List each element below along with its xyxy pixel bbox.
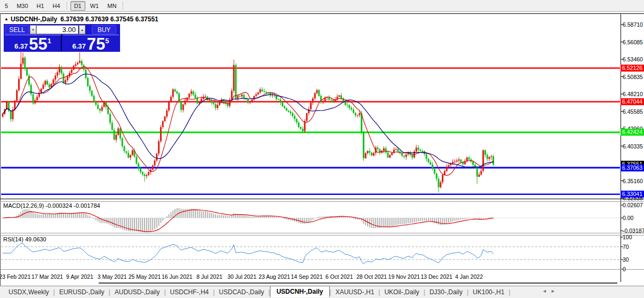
macd-axis-tick: 0.00 <box>623 215 644 221</box>
chart-tab-dj30daily[interactable]: DJ30-,Daily <box>425 287 467 297</box>
date-axis-label: 13 Dec 2021 <box>420 273 452 280</box>
date-axis-label: 8 Jul 2021 <box>196 273 222 280</box>
chart-top-border <box>0 13 644 14</box>
price-axis-tick: 6.40335 <box>623 143 644 150</box>
rsi-axis-tick: 100 <box>623 234 644 240</box>
date-axis-label: 9 Apr 2021 <box>66 273 93 280</box>
price-axis-tick: 6.58710 <box>623 21 644 28</box>
chart-tab-audusddaily[interactable]: AUDUSD-,Daily <box>110 287 164 297</box>
date-axis-label: 4 Jan 2022 <box>455 273 483 280</box>
macd-label: MACD(12,26,9) -0.000324 -0.001784 <box>3 202 100 209</box>
price-axis-tick: 6.56085 <box>623 39 644 45</box>
date-axis-label: 16 Jun 2021 <box>162 273 193 280</box>
macd-signal-line <box>3 210 494 232</box>
chart-title: ▲USDCNH-,Daily6.37639 6.37639 6.37545 6.… <box>4 15 158 23</box>
rsi-label: RSI(14) 49.0630 <box>3 236 46 242</box>
tab-scroll-right-icon[interactable]: ► <box>551 288 559 294</box>
macd-pane <box>1 208 620 232</box>
chart-tab-usdxweekly[interactable]: USDX,Weekly <box>4 287 53 297</box>
date-axis-label: 6 Oct 2021 <box>325 273 353 280</box>
price-axis-line <box>621 13 621 282</box>
tab-scroll-arrows[interactable]: ◄► <box>542 288 559 294</box>
sell-price-pipette: 1 <box>47 37 51 45</box>
ma-fast-line <box>3 66 494 175</box>
date-axis-label: 25 May 2021 <box>129 273 161 280</box>
chart-tab-usdcnhdaily[interactable]: USDCNH-,Daily <box>270 286 329 297</box>
level-price-badge-6.52126: 6.52126 <box>621 65 644 72</box>
date-axis-label: 17 Mar 2021 <box>31 273 63 280</box>
chart-symbol-label: USDCNH-,Daily <box>11 15 57 23</box>
buy-price-pipette: 5 <box>105 37 109 45</box>
price-axis-tick: 6.50835 <box>623 74 644 80</box>
macd-pane-bottom-border <box>0 233 644 233</box>
tab-divider: | <box>508 288 510 296</box>
date-axis-label: 3 May 2021 <box>98 273 127 280</box>
timeframe-button-w1[interactable]: W1 <box>86 1 103 11</box>
chart-tab-uk100h1[interactable]: UK100-,H1 <box>468 287 508 297</box>
level-price-badge-6.47044: 6.47044 <box>621 98 644 105</box>
chart-ohlc-values: 6.37639 6.37639 6.37545 6.37551 <box>60 15 158 23</box>
price-axis-tick: 6.35160 <box>623 178 644 184</box>
one-click-trading-panel: SELL ▼ ▲ BUY 6.37551 6.37755 <box>4 24 120 52</box>
date-axis-label: 14 Sep 2021 <box>291 273 323 280</box>
level-price-badge-6.42424: 6.42424 <box>621 129 644 136</box>
rsi-axis-tick: 70 <box>623 244 644 250</box>
sell-price-prefix: 6.37 <box>14 42 28 50</box>
horizontal-scrollbar-thumb[interactable] <box>99 283 617 284</box>
timeframe-button-5[interactable]: 5 <box>1 1 12 11</box>
tab-scroll-left-icon[interactable]: ◄ <box>542 288 551 294</box>
rsi-axis-tick: 30 <box>623 256 644 263</box>
price-axis-tick: 6.45585 <box>623 108 644 115</box>
level-price-badge-6.37063: 6.37063 <box>621 164 644 171</box>
timeframe-button-h1[interactable]: H1 <box>33 1 48 11</box>
chart-left-border <box>0 13 1 286</box>
ma-slow-line <box>3 74 494 167</box>
toolbar-divider <box>67 2 68 10</box>
macd-axis-tick: 0.02607 <box>623 202 644 208</box>
buy-price[interactable]: 6.37755 <box>62 35 119 52</box>
buy-button[interactable]: BUY <box>92 25 116 34</box>
sell-price[interactable]: 6.37551 <box>5 35 61 52</box>
chart-tab-usdchfh4[interactable]: USDCHF-,H4 <box>166 287 213 297</box>
rsi-axis-tick: 0 <box>623 266 644 272</box>
main-pane-bottom-border <box>0 199 644 199</box>
rsi-line <box>3 243 494 264</box>
timeframe-button-mn[interactable]: MN <box>104 1 120 11</box>
main-price-pane <box>1 52 620 194</box>
buy-price-main: 75 <box>87 36 105 52</box>
toolbar-divider <box>123 2 124 10</box>
sell-button[interactable]: SELL <box>5 25 29 34</box>
timeframe-button-m30[interactable]: M30 <box>13 1 31 11</box>
chart-tab-ukoildaily[interactable]: UKOil-,Daily <box>380 287 423 297</box>
rsi-pane-bottom-border <box>0 269 644 270</box>
timeframe-button-d1[interactable]: D1 <box>70 1 85 11</box>
macd-axis-tick: -0.031872 <box>623 228 644 234</box>
volume-decrease-button[interactable]: ▼ <box>30 25 36 34</box>
chart-tab-usdcaddaily[interactable]: USDCAD-,Daily <box>214 287 268 297</box>
trading-app-window: 5M30H1H4D1W1MN ▲USDCNH-,Daily6.37639 6.3… <box>0 0 644 298</box>
date-axis-label: 23 Feb 2021 <box>0 273 30 280</box>
volume-increase-button[interactable]: ▲ <box>79 25 85 34</box>
chart-tab-xauusdh1[interactable]: XAUUSD-,H1 <box>331 287 379 297</box>
date-axis-label: 28 Oct 2021 <box>356 273 387 280</box>
date-axis-label: 19 Nov 2021 <box>388 273 420 280</box>
collapse-arrow-icon[interactable]: ▲ <box>4 17 9 21</box>
price-axis-tick: 6.53460 <box>623 56 644 62</box>
timeframe-toolbar: 5M30H1H4D1W1MN <box>0 0 644 12</box>
volume-input[interactable] <box>36 25 78 34</box>
sell-price-main: 55 <box>29 36 47 52</box>
rsi-pane <box>1 243 620 264</box>
chart-tab-eurusddaily[interactable]: EURUSD-,Daily <box>55 287 109 297</box>
rsi-pane-top-border <box>0 235 644 236</box>
macd-pane-top-border <box>0 201 644 202</box>
buy-price-prefix: 6.37 <box>72 42 85 50</box>
price-axis-tick: 6.48210 <box>623 91 644 97</box>
date-axis-label: 23 Aug 2021 <box>259 273 290 280</box>
price-divider <box>61 35 62 51</box>
level-price-badge-6.33041: 6.33041 <box>621 191 644 198</box>
timeframe-button-h4[interactable]: H4 <box>49 1 64 11</box>
date-axis-label: 30 Jul 2021 <box>227 273 256 280</box>
